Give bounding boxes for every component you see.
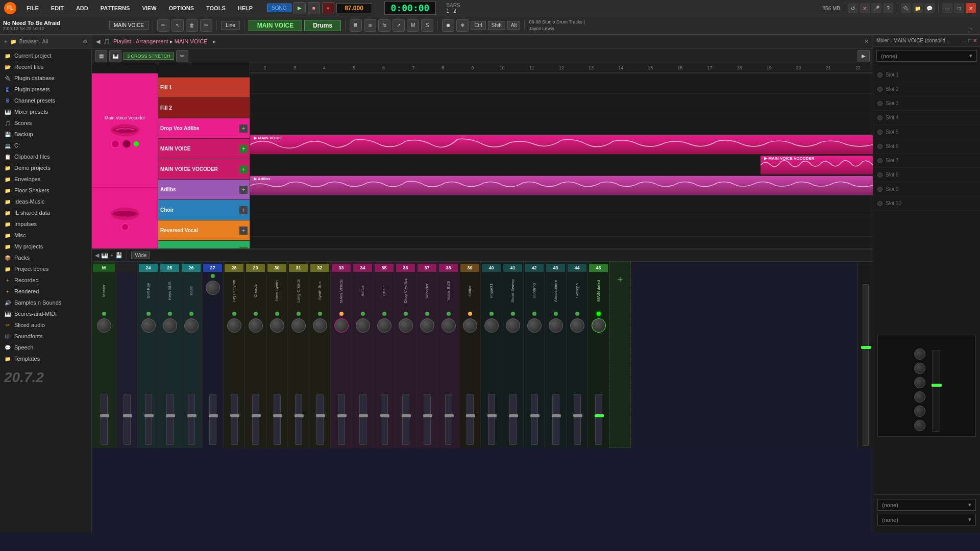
ch-fader[interactable] bbox=[552, 394, 559, 445]
maximize-btn[interactable]: □ bbox=[954, 3, 964, 13]
fader-thumb[interactable] bbox=[595, 414, 604, 417]
sidebar-item-scores[interactable]: 🎵 Scores bbox=[0, 117, 91, 129]
drums-channel-btn[interactable]: MAIN VOICE bbox=[249, 20, 302, 31]
draw-tool-btn[interactable]: ✏ bbox=[176, 50, 188, 62]
ch-volume-knob[interactable] bbox=[463, 318, 477, 333]
sidebar-search-btn[interactable]: ⚙ bbox=[83, 39, 87, 44]
waveform-track-fill1[interactable] bbox=[250, 73, 873, 94]
mixer-channel-39[interactable]: 39 Guitar bbox=[459, 262, 481, 448]
fader-thumb[interactable] bbox=[295, 414, 304, 417]
ch-volume-knob[interactable] bbox=[549, 318, 563, 333]
playlist-nav-prev[interactable]: ◀ bbox=[96, 38, 100, 45]
mixer-channel-40[interactable]: 40 Impact1 bbox=[481, 262, 502, 448]
ch-volume-knob[interactable] bbox=[527, 318, 542, 333]
list-item[interactable]: Slot 9 bbox=[873, 182, 980, 196]
ch-volume-knob[interactable] bbox=[356, 318, 370, 333]
fader-thumb[interactable] bbox=[466, 414, 475, 417]
list-item[interactable]: Slot 1 bbox=[873, 68, 980, 82]
mic-btn[interactable]: 🎤 bbox=[871, 3, 881, 13]
waveform-track-choir[interactable] bbox=[250, 196, 873, 216]
mute-indicator[interactable] bbox=[111, 140, 119, 148]
fader-thumb[interactable] bbox=[166, 414, 175, 417]
plus-button[interactable]: + bbox=[239, 227, 248, 235]
ch-fader[interactable] bbox=[595, 394, 602, 445]
fader-thumb[interactable] bbox=[316, 414, 325, 417]
ch-volume-knob[interactable] bbox=[442, 318, 456, 333]
sidebar-item-ideas-music[interactable]: 📁 Ideas-Music bbox=[0, 196, 91, 207]
sidebar-item-c[interactable]: 💻 C: bbox=[0, 140, 91, 151]
mixer-channel-empty[interactable] bbox=[116, 262, 138, 448]
stretch-btn[interactable]: 3 CROSS STRETCH bbox=[124, 53, 174, 60]
fx-btn[interactable]: fx bbox=[378, 19, 390, 32]
mixer-channel-33[interactable]: 33 MAIN VOICE bbox=[331, 262, 352, 448]
mixer-channel-35[interactable]: 35 Choir bbox=[374, 262, 395, 448]
menu-file[interactable]: FILE bbox=[24, 4, 41, 12]
mixer-channel-27[interactable]: 27 bbox=[202, 262, 224, 448]
ch-volume-knob[interactable] bbox=[506, 318, 520, 333]
channel-display[interactable]: MAIN VOICE bbox=[109, 21, 149, 30]
mixer-channel-25[interactable]: 25 Keys BUS bbox=[159, 262, 181, 448]
mute-btn[interactable]: M bbox=[407, 19, 419, 32]
mixer-channel-45[interactable]: 45 MAIN dated bbox=[588, 262, 609, 448]
ch-volume-knob[interactable] bbox=[206, 281, 220, 295]
ch-volume-knob[interactable] bbox=[420, 318, 434, 333]
mixer-channel-26[interactable]: 26 Bass bbox=[181, 262, 202, 448]
record-audio-btn[interactable]: ⏺ bbox=[442, 19, 454, 32]
list-item[interactable]: Slot 5 bbox=[873, 125, 980, 139]
mixer-view-btn[interactable]: ▦ bbox=[95, 50, 107, 62]
sidebar-item-soundfonts[interactable]: 🎼 Soundfonts bbox=[0, 331, 91, 342]
table-row[interactable]: MAIN VOICE VOCODER + bbox=[158, 159, 250, 180]
plus-button[interactable]: + bbox=[239, 206, 248, 214]
mixer-channel-master[interactable]: M Master bbox=[92, 262, 116, 448]
plus-button[interactable]: + bbox=[239, 247, 248, 249]
list-item[interactable]: Slot 2 bbox=[873, 82, 980, 96]
mixer-content[interactable]: M Master bbox=[92, 262, 873, 448]
fader-thumb[interactable] bbox=[445, 414, 454, 417]
fader-thumb[interactable] bbox=[530, 414, 540, 417]
plus-button[interactable]: + bbox=[239, 145, 248, 153]
solo-btn[interactable]: S bbox=[421, 19, 433, 32]
bottom-preset-2[interactable]: (none) ▾ bbox=[877, 514, 976, 525]
ch-fader[interactable] bbox=[402, 394, 409, 445]
sidebar-add-btn[interactable]: + bbox=[4, 39, 7, 44]
freeze-btn[interactable]: ❄ bbox=[456, 19, 469, 32]
playlist-close-btn[interactable]: ✕ bbox=[864, 38, 869, 45]
ch-volume-knob[interactable] bbox=[313, 318, 327, 333]
sidebar-item-recorded[interactable]: + Recorded bbox=[0, 274, 91, 286]
plus-button[interactable]: + bbox=[239, 124, 248, 133]
volume-knob[interactable] bbox=[122, 140, 131, 148]
fader-thumb[interactable] bbox=[252, 414, 261, 417]
right-main-fader[interactable] bbox=[932, 350, 940, 432]
table-row[interactable]: Reversed Vocal + bbox=[158, 220, 250, 241]
ch-fader[interactable] bbox=[145, 394, 152, 445]
sidebar-item-misc[interactable]: 📁 Misc bbox=[0, 230, 91, 241]
fader-thumb[interactable] bbox=[380, 414, 389, 417]
fader-thumb[interactable] bbox=[359, 414, 368, 417]
list-item[interactable]: Slot 4 bbox=[873, 111, 980, 125]
ch-volume-knob[interactable] bbox=[184, 318, 199, 333]
ch-fader[interactable] bbox=[316, 394, 324, 445]
fader-thumb[interactable] bbox=[423, 414, 432, 417]
ch-volume-knob[interactable] bbox=[484, 318, 499, 333]
rp-close-btn[interactable]: ✕ bbox=[973, 38, 977, 43]
ch-fader[interactable] bbox=[531, 394, 538, 445]
ch-volume-knob[interactable] bbox=[163, 318, 177, 333]
table-row[interactable]: MAIN VOICE + bbox=[158, 139, 250, 159]
playlist-nav-next[interactable]: ▸ bbox=[213, 38, 216, 45]
pattern-delete-btn[interactable]: 🗑 bbox=[186, 19, 198, 32]
mixer-add-btn[interactable]: + bbox=[110, 253, 113, 259]
mixer-channel-32[interactable]: 32 Synth Bus bbox=[309, 262, 331, 448]
fader-thumb[interactable] bbox=[402, 414, 411, 417]
menu-help[interactable]: HELP bbox=[236, 4, 255, 12]
table-row[interactable]: Choir + bbox=[158, 200, 250, 220]
ch-fader[interactable] bbox=[381, 394, 388, 445]
minimize-btn[interactable]: — bbox=[942, 3, 952, 13]
stop-btn[interactable]: ■ bbox=[308, 2, 320, 14]
preset-add-btn[interactable]: + bbox=[970, 26, 973, 32]
send-knob-5[interactable] bbox=[914, 406, 925, 417]
mixer-nav-prev[interactable]: ◀ bbox=[95, 252, 99, 259]
plus-button[interactable]: + bbox=[239, 165, 248, 173]
mixer-add-channel-btn[interactable]: + bbox=[609, 262, 631, 448]
close-btn[interactable]: ✕ bbox=[966, 3, 976, 13]
rp-minimize-btn[interactable]: — bbox=[962, 38, 967, 43]
